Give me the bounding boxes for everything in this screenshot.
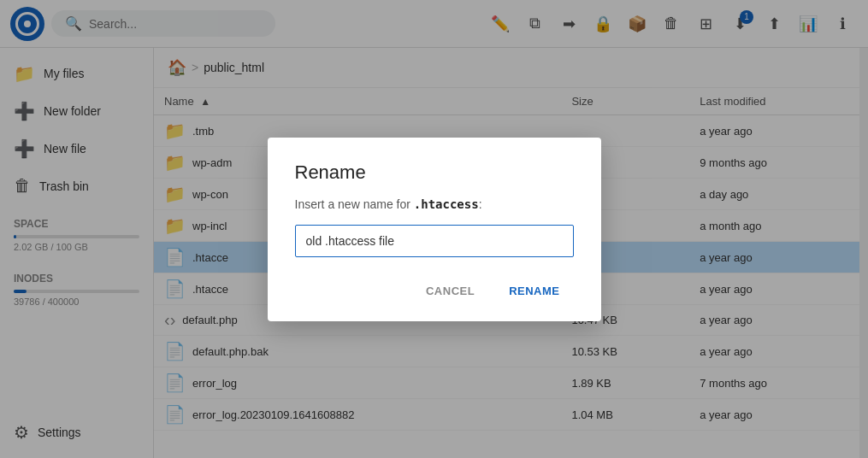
rename-dialog: Rename Insert a new name for .htaccess: … — [268, 138, 601, 321]
dialog-actions: CANCEL RENAME — [295, 278, 574, 304]
dialog-overlay: Rename Insert a new name for .htaccess: … — [0, 0, 868, 458]
cancel-button[interactable]: CANCEL — [412, 278, 488, 304]
rename-input[interactable] — [295, 225, 574, 257]
dialog-filename: .htaccess — [414, 197, 479, 211]
dialog-title: Rename — [295, 161, 574, 184]
dialog-subtitle: Insert a new name for .htaccess: — [295, 197, 574, 211]
rename-button[interactable]: RENAME — [495, 278, 573, 304]
